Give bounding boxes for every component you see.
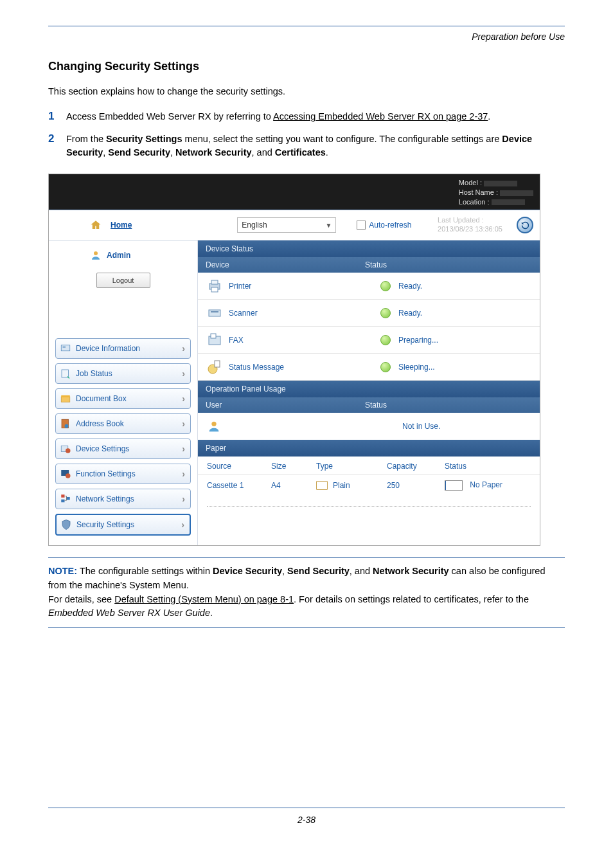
paper-row: Cassette 1 A4 Plain 250 No Paper [198, 475, 540, 497]
job-status-icon [60, 368, 71, 379]
step-body: From the Security Settings menu, select … [66, 132, 565, 159]
step1-link[interactable]: Accessing Embedded Web Server RX on page… [273, 111, 488, 122]
col-size: Size [271, 462, 316, 471]
sidebar-item-label: Security Settings [76, 520, 134, 529]
svg-point-7 [65, 424, 69, 428]
step2-chunk: . [326, 147, 328, 158]
step-number: 2 [48, 132, 66, 159]
device-info-icon [60, 343, 71, 354]
sidebar-item-label: Network Settings [76, 494, 134, 503]
svg-rect-4 [61, 397, 70, 402]
step2-bold: Send Security [108, 147, 170, 158]
svg-rect-13 [61, 500, 64, 503]
device-name: FAX [229, 336, 373, 345]
model-value-redacted [484, 181, 517, 186]
refresh-button[interactable] [517, 217, 533, 233]
sidebar-item-device-information[interactable]: Device Information › [55, 338, 191, 359]
embedded-screenshot: Model : Host Name : Location : Home Engl… [48, 174, 540, 546]
user-icon [207, 419, 221, 433]
paper-size: A4 [271, 481, 316, 490]
sidebar-item-security-settings[interactable]: Security Settings › [55, 514, 191, 536]
svg-point-24 [211, 422, 216, 426]
step2-chunk: , [170, 147, 175, 158]
note-b: Send Security [287, 566, 350, 576]
sidebar-item-label: Document Box [76, 394, 127, 403]
sidebar-item-label: Device Settings [76, 444, 129, 453]
panel-usage-row: Not in Use. [198, 413, 540, 440]
last-updated-label: Last Updated : [438, 216, 502, 225]
gauge-icon [445, 480, 463, 491]
ss-top-black-bar: Model : Host Name : Location : [49, 174, 540, 210]
panel-usage-status: Not in Use. [402, 422, 440, 431]
step2-bold: Certificates [275, 147, 326, 158]
sidebar-item-job-status[interactable]: Job Status › [55, 363, 191, 384]
col-status: Status [365, 401, 532, 410]
col-status: Status [365, 260, 532, 269]
tray-icon [316, 481, 328, 490]
sidebar-item-device-settings[interactable]: Device Settings › [55, 439, 191, 459]
security-settings-icon [60, 519, 72, 530]
chevron-right-icon: › [182, 393, 185, 404]
svg-rect-3 [62, 370, 69, 377]
hostname-label: Host Name : [459, 188, 498, 196]
note-t: , and [350, 566, 373, 576]
last-updated: Last Updated : 2013/08/23 13:36:05 [438, 216, 502, 234]
home-icon [90, 219, 102, 231]
chevron-right-icon: › [182, 368, 185, 379]
page-title: Changing Security Settings [48, 60, 565, 73]
last-updated-value: 2013/08/23 13:36:05 [438, 225, 502, 234]
location-label: Location : [459, 198, 490, 206]
status-dot-icon [380, 308, 391, 318]
svg-point-11 [66, 473, 71, 478]
user-icon [90, 249, 102, 261]
sidebar-item-label: Address Book [76, 419, 124, 428]
function-settings-icon [60, 468, 71, 480]
svg-rect-5 [61, 395, 70, 397]
paper-type: Plain [333, 481, 350, 490]
status-message-icon [207, 359, 222, 375]
device-row: Scanner Ready. [198, 300, 540, 327]
printer-icon [207, 278, 222, 294]
svg-rect-1 [61, 345, 70, 351]
section-band-panel-usage: Operation Panel Usage [198, 381, 540, 397]
address-book-icon [60, 418, 71, 429]
device-status: Ready. [398, 309, 540, 318]
svg-point-0 [94, 251, 98, 255]
section-band-device-status: Device Status [198, 240, 540, 257]
step2-bold: Security Settings [106, 134, 182, 144]
sidebar-item-document-box[interactable]: Document Box › [55, 388, 191, 409]
note-label: NOTE: [48, 566, 77, 576]
note2-italic: Embedded Web Server RX User Guide [48, 608, 210, 618]
chevron-down-icon: ▼ [325, 222, 332, 229]
note-line2: For details, see Default Setting (System… [48, 593, 565, 621]
col-type: Type [316, 462, 387, 471]
col-capacity: Capacity [387, 462, 445, 471]
sidebar-item-label: Function Settings [76, 469, 136, 478]
device-status: Sleeping... [398, 363, 540, 372]
sidebar-item-function-settings[interactable]: Function Settings › [55, 464, 191, 484]
paper-status: No Paper [470, 480, 502, 489]
note2-link[interactable]: Default Setting (System Menu) on page 8-… [114, 594, 294, 604]
note-paragraph: NOTE: The configurable settings within D… [48, 565, 565, 593]
language-value: English [242, 221, 267, 230]
paper-header: Source Size Type Capacity Status [198, 457, 540, 475]
chevron-right-icon: › [182, 494, 185, 504]
paper-source: Cassette 1 [207, 481, 271, 490]
sidebar-item-network-settings[interactable]: Network Settings › [55, 489, 191, 509]
note2-t: . For details on settings related to cer… [294, 594, 529, 604]
device-row: Printer Ready. [198, 273, 540, 300]
auto-refresh-toggle[interactable]: Auto-refresh [357, 221, 411, 230]
document-box-icon [60, 393, 71, 404]
step2-chunk: menu, select the setting you want to con… [182, 134, 502, 144]
device-name: Status Message [229, 363, 373, 372]
svg-rect-12 [61, 494, 64, 498]
sidebar-item-label: Device Information [76, 344, 140, 353]
step1-post: . [488, 111, 490, 122]
sidebar-item-address-book[interactable]: Address Book › [55, 413, 191, 434]
language-select[interactable]: English ▼ [237, 217, 336, 233]
home-link[interactable]: Home [111, 221, 132, 230]
note-t: The configurable settings within [77, 566, 213, 576]
step-body: Access Embedded Web Server RX by referri… [66, 110, 565, 123]
svg-rect-14 [67, 497, 70, 500]
logout-button[interactable]: Logout [96, 273, 150, 288]
